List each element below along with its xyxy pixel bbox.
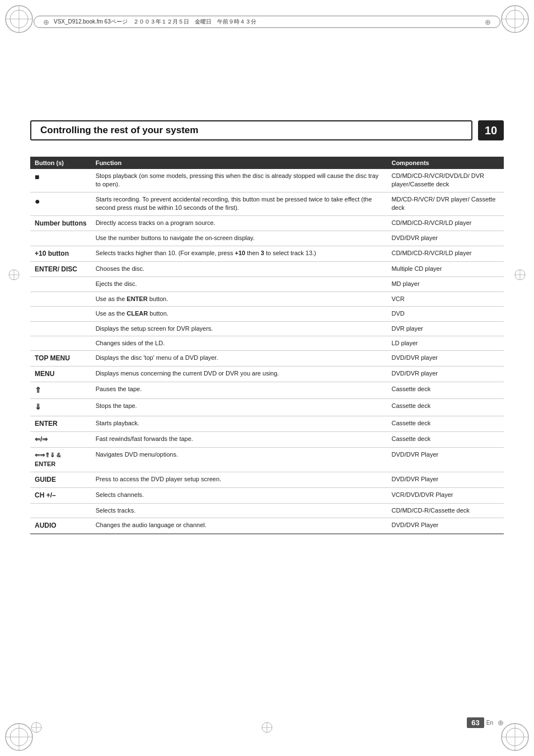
table-row: ENTER/ DISCChooses the disc.Multiple CD … xyxy=(30,261,504,277)
cell-button xyxy=(30,277,91,292)
table-row: Use the number buttons to navigate the o… xyxy=(30,231,504,246)
table-row: ENTERStarts playback.Cassette deck xyxy=(30,416,504,432)
cell-components: CD/MD/CD-R/VCR/LD player xyxy=(387,246,504,261)
crosshair-icon-right: ⊕ xyxy=(485,18,491,26)
page-title-container: Controlling the rest of your system xyxy=(30,120,472,140)
cell-function: Press to access the DVD player setup scr… xyxy=(91,472,387,488)
crosshair-icon-left: ⊕ xyxy=(43,18,49,26)
cell-function: Chooses the disc. xyxy=(91,261,387,277)
cell-button xyxy=(30,336,91,350)
cell-function: Starts recording. To prevent accidental … xyxy=(91,192,387,215)
cell-function: Displays the setup screen for DVR player… xyxy=(91,321,387,336)
table-row: ⇐⇒⇑⇓ &ENTERNavigates DVD menu/options.DV… xyxy=(30,447,504,472)
cell-button: ENTER xyxy=(30,416,91,432)
table-row: ⇓Stops the tape.Cassette deck xyxy=(30,399,504,416)
corner-decoration-br xyxy=(500,722,530,752)
page-number: 63 xyxy=(467,717,484,728)
table-header-row: Button (s) Function Components xyxy=(30,157,504,169)
col-header-button: Button (s) xyxy=(30,157,91,169)
cell-components: LD player xyxy=(387,336,504,350)
cell-components: DVD/DVR Player xyxy=(387,472,504,488)
cell-components: Cassette deck xyxy=(387,416,504,432)
cell-button xyxy=(30,321,91,336)
cell-button: ⇐/⇒ xyxy=(30,431,91,447)
cell-button: ⇓ xyxy=(30,399,91,416)
cell-components: Cassette deck xyxy=(387,382,504,399)
cell-function: Fast rewinds/fast forwards the tape. xyxy=(91,431,387,447)
cell-components: CD/MD/CD-R/Cassette deck xyxy=(387,503,504,518)
cell-components: Cassette deck xyxy=(387,431,504,447)
cell-function: Use as the ENTER button. xyxy=(91,292,387,306)
table-row: ●Starts recording. To prevent accidental… xyxy=(30,192,504,215)
cell-function: Selects tracks higher than 10. (For exam… xyxy=(91,246,387,261)
page-number-area: 63 En ⊕ xyxy=(467,717,504,728)
cell-function: Displays menus concerning the current DV… xyxy=(91,367,387,382)
page-lang: En xyxy=(486,720,493,726)
cell-components: CD/MD/CD-R/VCR/DVD/LD/ DVR player/Casset… xyxy=(387,169,504,192)
chapter-badge: 10 xyxy=(478,120,504,140)
cell-components: DVD/DVR Player xyxy=(387,447,504,472)
table-row: CH +/–Selects channels.VCR/DVD/DVR Playe… xyxy=(30,488,504,504)
cell-components: Multiple CD player xyxy=(387,261,504,277)
cell-components: VCR xyxy=(387,292,504,306)
cell-button: +10 button xyxy=(30,246,91,261)
cell-function: Use as the CLEAR button. xyxy=(91,307,387,321)
cell-function: Stops playback (on some models, pressing… xyxy=(91,169,387,192)
table-row: Ejects the disc.MD player xyxy=(30,277,504,292)
cell-button: ■ xyxy=(30,169,91,192)
cell-function: Navigates DVD menu/options. xyxy=(91,447,387,472)
cell-button: CH +/– xyxy=(30,488,91,504)
page-title: Controlling the rest of your system xyxy=(40,125,198,136)
cell-function: Directly access tracks on a program sour… xyxy=(91,215,387,231)
table-row: Use as the ENTER button.VCR xyxy=(30,292,504,306)
cell-components: VCR/DVD/DVR Player xyxy=(387,488,504,504)
table-row: Changes sides of the LD.LD player xyxy=(30,336,504,350)
cell-function: Changes the audio language or channel. xyxy=(91,518,387,534)
table-row: Use as the CLEAR button.DVD xyxy=(30,307,504,321)
crosshair-bottom-right: ⊕ xyxy=(498,719,504,727)
cell-function: Stops the tape. xyxy=(91,399,387,416)
table-row: Displays the setup screen for DVR player… xyxy=(30,321,504,336)
cell-components: DVD/DVR Player xyxy=(387,518,504,534)
table-row: ■Stops playback (on some models, pressin… xyxy=(30,169,504,192)
cell-button xyxy=(30,307,91,321)
function-table: Button (s) Function Components ■Stops pl… xyxy=(30,157,504,534)
cell-button: ENTER/ DISC xyxy=(30,261,91,277)
cell-button: ● xyxy=(30,192,91,215)
table-row: MENUDisplays menus concerning the curren… xyxy=(30,367,504,382)
cell-function: Pauses the tape. xyxy=(91,382,387,399)
cell-components: DVD/DVR player xyxy=(387,231,504,246)
corner-decoration-bl xyxy=(4,722,34,752)
col-header-function: Function xyxy=(91,157,387,169)
cell-components: DVD/DVR player xyxy=(387,367,504,382)
file-info-bar: ⊕ VSX_D912.book.fm 63ページ ２００３年１２月５日 金曜日 … xyxy=(34,16,500,28)
cell-function: Changes sides of the LD. xyxy=(91,336,387,350)
reg-mark-right-mid xyxy=(514,269,526,282)
col-header-components: Components xyxy=(387,157,504,169)
cell-components: DVR player xyxy=(387,321,504,336)
cell-components: CD/MD/CD-R/VCR/LD player xyxy=(387,215,504,231)
table-row: ⇑Pauses the tape.Cassette deck xyxy=(30,382,504,399)
cell-function: Ejects the disc. xyxy=(91,277,387,292)
file-info-text: VSX_D912.book.fm 63ページ ２００３年１２月５日 金曜日 午前… xyxy=(54,18,256,26)
table-row: ⇐/⇒Fast rewinds/fast forwards the tape.C… xyxy=(30,431,504,447)
cell-button xyxy=(30,231,91,246)
cell-button: MENU xyxy=(30,367,91,382)
table-row: Number buttonsDirectly access tracks on … xyxy=(30,215,504,231)
corner-decoration-tl xyxy=(4,4,34,34)
cell-components: DVD/DVR player xyxy=(387,351,504,367)
cell-function: Selects channels. xyxy=(91,488,387,504)
cell-button: Number buttons xyxy=(30,215,91,231)
cell-button: ⇑ xyxy=(30,382,91,399)
cell-button xyxy=(30,503,91,518)
cell-button xyxy=(30,292,91,306)
table-row: AUDIOChanges the audio language or chann… xyxy=(30,518,504,534)
cell-function: Starts playback. xyxy=(91,416,387,432)
cell-components: MD player xyxy=(387,277,504,292)
cell-button: ⇐⇒⇑⇓ &ENTER xyxy=(30,447,91,472)
reg-mark-bottom-left xyxy=(30,721,43,735)
cell-button: AUDIO xyxy=(30,518,91,534)
cell-button: GUIDE xyxy=(30,472,91,488)
cell-button: TOP MENU xyxy=(30,351,91,367)
cell-function: Selects tracks. xyxy=(91,503,387,518)
